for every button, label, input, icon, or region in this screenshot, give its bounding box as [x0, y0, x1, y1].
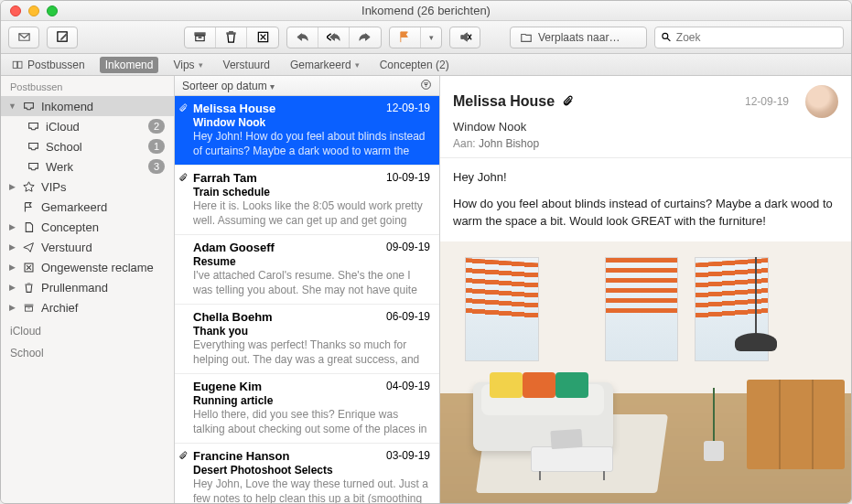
- archive-button[interactable]: [185, 27, 216, 48]
- sidebar-item-gemarkeerd[interactable]: Gemarkeerd: [1, 197, 174, 217]
- attachment-icon: [178, 173, 189, 183]
- flag-button[interactable]: [390, 27, 421, 48]
- message-subject: Train schedule: [193, 186, 430, 198]
- reply-button[interactable]: [287, 27, 318, 48]
- fav-vips[interactable]: Vips▾: [167, 57, 208, 73]
- flag-menu-button[interactable]: ▾: [421, 27, 441, 48]
- reading-pane: Melissa House 12-09-19 Window Nook Aan: …: [440, 76, 851, 503]
- message-to: Aan: John Bishop: [453, 137, 838, 150]
- sidebar-item-inkomend[interactable]: ▼Inkomend: [1, 96, 174, 116]
- message-sender: Eugene Kim: [193, 380, 262, 393]
- message-sender: Melissa House: [193, 102, 275, 115]
- inbox-icon: [27, 121, 40, 133]
- sidebar-item-vips[interactable]: ▶VIPs: [1, 177, 174, 197]
- move-to-button[interactable]: Verplaats naar…: [510, 27, 647, 48]
- sidebar-item-label: VIPs: [41, 180, 165, 194]
- message-preview: Everything was perfect! Thanks so much f…: [193, 338, 430, 368]
- move-to-label: Verplaats naar…: [538, 31, 620, 44]
- disclosure-triangle[interactable]: ▶: [8, 303, 16, 312]
- junk-button[interactable]: [247, 27, 278, 48]
- message-row[interactable]: Farrah Tam10-09-19Train scheduleHere it …: [175, 166, 439, 235]
- attachment-icon: [562, 95, 575, 108]
- message-sender: Farrah Tam: [193, 171, 257, 185]
- message-sender: Adam Gooseff: [193, 241, 275, 254]
- sidebar-item-verstuurd[interactable]: ▶Verstuurd: [1, 237, 174, 257]
- get-mail-button[interactable]: [8, 27, 39, 48]
- message-preview: I've attached Carol's resume. She's the …: [193, 269, 430, 298]
- attachment-icon: [178, 451, 189, 461]
- message-preview: Hey John, Love the way these turned out.…: [193, 477, 430, 503]
- sidebar-item-archief[interactable]: ▶Archief: [1, 297, 174, 317]
- disclosure-triangle[interactable]: ▶: [8, 263, 16, 272]
- fav-mailboxes[interactable]: Postbussen: [6, 57, 91, 73]
- message-header: Melissa House 12-09-19 Window Nook Aan: …: [440, 76, 851, 158]
- message-subject: Thank you: [193, 325, 430, 338]
- message-subject: Window Nook: [193, 116, 430, 129]
- sidebar-item-ongewenste-reclame[interactable]: ▶Ongewenste reclame: [1, 257, 174, 277]
- sidebar-item-label: Prullenmand: [41, 281, 165, 295]
- sidebar-item-concepten[interactable]: ▶Concepten: [1, 217, 174, 237]
- sidebar-section-icloud[interactable]: iCloud: [1, 317, 174, 339]
- message-subject: Running article: [193, 394, 430, 407]
- sidebar-item-label: Werk: [46, 160, 143, 174]
- message-attachment-image: [440, 241, 851, 503]
- flag-icon: [22, 201, 36, 213]
- disclosure-triangle[interactable]: ▶: [8, 283, 16, 292]
- sidebar-item-label: Ongewenste reclame: [41, 261, 165, 274]
- disclosure-triangle[interactable]: ▶: [8, 242, 16, 252]
- disclosure-triangle[interactable]: ▼: [8, 102, 16, 111]
- message-row[interactable]: Adam Gooseff09-09-19ResumeI've attached …: [175, 235, 439, 305]
- message-preview: Hey John! How do you feel about blinds i…: [193, 130, 430, 159]
- disclosure-triangle[interactable]: ▶: [8, 222, 16, 231]
- sidebar-item-werk[interactable]: Werk3: [1, 156, 174, 177]
- doc-icon: [22, 221, 36, 233]
- search-icon: [661, 31, 672, 43]
- message-date: 09-09-19: [386, 241, 430, 254]
- message-list: Sorteer op datum Melissa House12-09-19Wi…: [175, 76, 440, 503]
- sort-header[interactable]: Sorteer op datum: [175, 76, 439, 96]
- unread-badge: 2: [148, 119, 165, 134]
- sidebar-item-label: Concepten: [41, 220, 165, 234]
- sidebar-item-label: iCloud: [46, 120, 143, 134]
- mute-button[interactable]: [449, 27, 480, 48]
- reply-all-button[interactable]: [318, 27, 350, 48]
- message-date: 12-09-19: [745, 95, 789, 108]
- message-row[interactable]: Francine Hanson03-09-19Desert Photoshoot…: [175, 444, 439, 503]
- message-row[interactable]: Melissa House12-09-19Window NookHey John…: [175, 96, 439, 166]
- message-row[interactable]: Eugene Kim04-09-19Running articleHello t…: [175, 374, 439, 444]
- fav-flagged[interactable]: Gemarkeerd▾: [285, 57, 365, 73]
- sidebar-item-prullenmand[interactable]: ▶Prullenmand: [1, 277, 174, 297]
- window-title: Inkomend (26 berichten): [1, 4, 851, 17]
- inbox-icon: [22, 101, 36, 113]
- inbox-icon: [27, 141, 40, 153]
- search-input[interactable]: [676, 31, 837, 44]
- sidebar-item-label: Verstuurd: [41, 241, 165, 254]
- sidebar-section-school[interactable]: School: [1, 339, 174, 361]
- forward-button[interactable]: [350, 27, 381, 48]
- toolbar: ▾ Verplaats naar…: [1, 21, 851, 54]
- fav-inbox[interactable]: Inkomend: [100, 57, 159, 73]
- filter-icon[interactable]: [420, 79, 432, 93]
- compose-button[interactable]: [47, 27, 78, 48]
- message-sender: Chella Boehm: [193, 310, 273, 324]
- message-subject: Window Nook: [453, 120, 838, 134]
- sidebar-item-icloud[interactable]: iCloud2: [1, 116, 174, 136]
- sidebar-item-school[interactable]: School1: [1, 136, 174, 156]
- unread-badge: 3: [148, 159, 165, 174]
- flag-group: ▾: [389, 27, 442, 48]
- message-date: 12-09-19: [386, 102, 430, 115]
- disclosure-triangle[interactable]: ▶: [8, 182, 16, 191]
- sidebar-item-label: Archief: [41, 301, 165, 315]
- paperplane-icon: [22, 241, 36, 253]
- fav-sent[interactable]: Verstuurd: [218, 57, 275, 73]
- mailboxes-icon: [12, 59, 24, 70]
- fav-drafts[interactable]: Concepten (2): [374, 57, 455, 73]
- message-row[interactable]: Chella Boehm06-09-19Thank youEverything …: [175, 305, 439, 374]
- message-date: 10-09-19: [386, 171, 430, 185]
- favorites-bar: Postbussen Inkomend Vips▾ Verstuurd Gema…: [1, 54, 851, 76]
- search-field[interactable]: [654, 27, 844, 48]
- delete-button[interactable]: [216, 27, 247, 48]
- sidebar: Postbussen ▼InkomendiCloud2School1Werk3▶…: [1, 76, 175, 503]
- message-date: 06-09-19: [386, 310, 430, 324]
- message-actions-group: [184, 27, 279, 48]
